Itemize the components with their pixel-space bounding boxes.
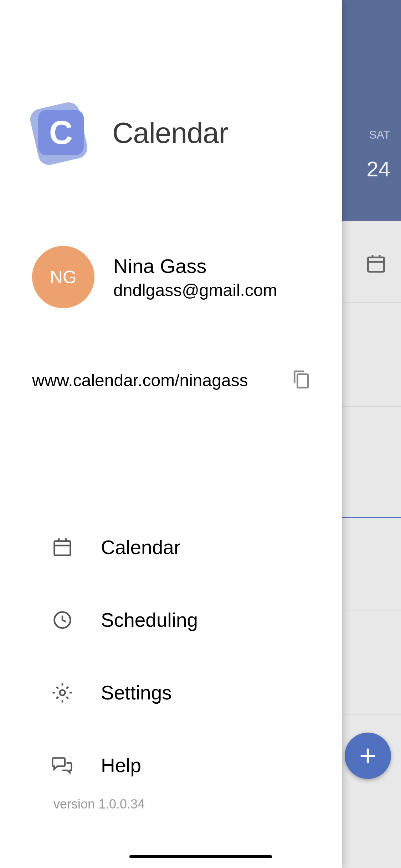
svg-rect-6 (298, 374, 308, 388)
day-number: 24 (366, 157, 390, 181)
svg-line-13 (62, 620, 66, 622)
chat-icon (52, 755, 73, 776)
profile-info: Nina Gass dndlgass@gmail.com (113, 254, 277, 300)
copy-icon[interactable] (292, 369, 310, 392)
app-brand: C Calendar (32, 105, 310, 160)
clock-icon (52, 609, 73, 631)
home-indicator[interactable] (129, 855, 272, 858)
profile-email: dndlgass@gmail.com (113, 280, 277, 300)
nav-item-settings[interactable]: Settings (52, 681, 310, 704)
calendar-view-icon (365, 253, 387, 276)
nav-label: Scheduling (101, 609, 198, 631)
svg-rect-7 (55, 541, 71, 556)
avatar: NG (32, 246, 94, 308)
nav-menu: Calendar Scheduling Settings (32, 536, 310, 777)
nav-label: Calendar (101, 536, 180, 559)
gear-icon (52, 682, 73, 703)
share-link-row: www.calendar.com/ninagass (32, 369, 310, 392)
svg-rect-0 (368, 258, 384, 272)
app-name: Calendar (112, 116, 228, 150)
app-logo-icon: C (32, 105, 87, 160)
nav-label: Help (101, 754, 141, 777)
nav-item-help[interactable]: Help (52, 754, 310, 777)
nav-item-calendar[interactable]: Calendar (52, 536, 310, 559)
nav-label: Settings (101, 681, 172, 704)
navigation-drawer: C Calendar NG Nina Gass dndlgass@gmail.c… (0, 0, 342, 868)
avatar-initials: NG (50, 267, 77, 288)
version-label: version 1.0.0.34 (53, 797, 145, 812)
nav-item-scheduling[interactable]: Scheduling (52, 609, 310, 631)
share-url: www.calendar.com/ninagass (32, 371, 248, 390)
profile-name: Nina Gass (113, 254, 277, 278)
calendar-icon (52, 537, 73, 558)
svg-point-14 (60, 690, 65, 696)
profile-section[interactable]: NG Nina Gass dndlgass@gmail.com (32, 246, 310, 308)
day-of-week-label: SAT (369, 128, 390, 141)
add-event-button[interactable] (345, 733, 391, 779)
